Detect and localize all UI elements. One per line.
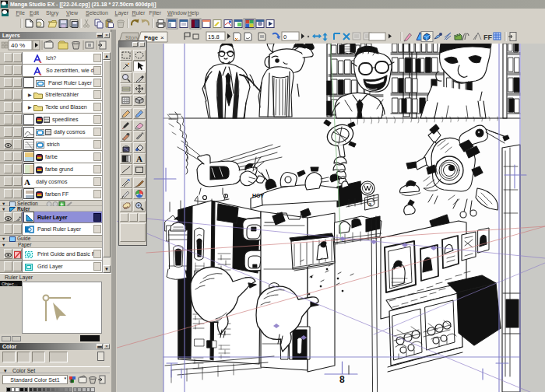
svg-text:HOY: HOY xyxy=(252,193,265,198)
svg-text:40 %: 40 % xyxy=(11,42,25,49)
svg-text:FF: FF xyxy=(483,33,492,41)
svg-text:×: × xyxy=(160,34,164,41)
svg-text:8: 8 xyxy=(339,374,345,385)
svg-text:0: 0 xyxy=(283,33,287,40)
svg-text:15.8: 15.8 xyxy=(208,33,220,40)
